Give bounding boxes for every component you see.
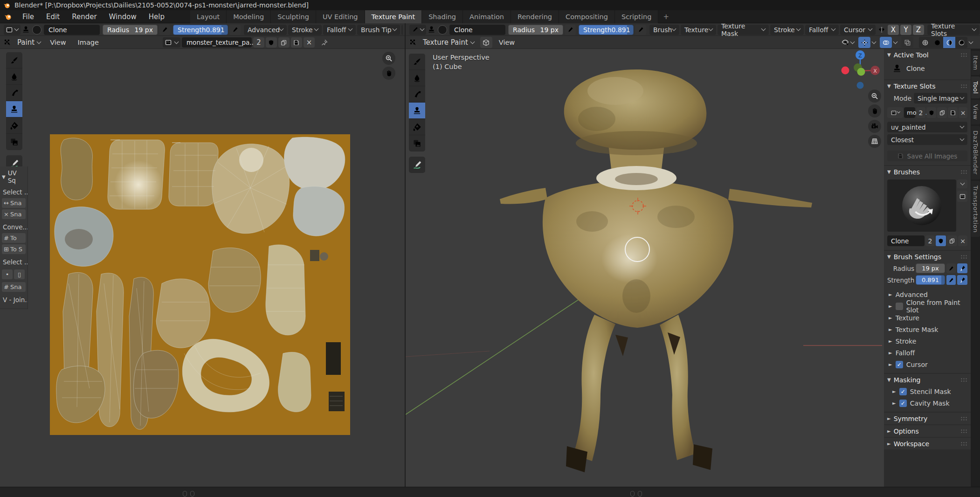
texture-paint-mode-dropdown[interactable]: Texture Paint	[420, 38, 477, 47]
navigation-axis-gizmo[interactable]: Z X	[839, 49, 890, 93]
viewport-ortho-grid-button[interactable]	[868, 135, 881, 148]
strength-slider[interactable]: 0.891	[916, 275, 945, 285]
save-image-icon[interactable]	[948, 107, 958, 118]
blender-menu-icon[interactable]	[0, 13, 16, 21]
radius-pen-button[interactable]	[946, 263, 956, 273]
xray-toggle[interactable]	[901, 37, 913, 48]
mirror-y-toggle[interactable]: Y	[900, 25, 911, 35]
popover-texture[interactable]: Texture	[681, 25, 716, 35]
menu-render[interactable]: Render	[66, 13, 103, 21]
zoom-in-button[interactable]	[382, 52, 395, 65]
menu-window[interactable]: Window	[103, 13, 143, 21]
stencil-mask-subpanel[interactable]: ► ✓ Stencil Mask	[884, 386, 971, 397]
snap-button-2[interactable]: ×Sna	[2, 209, 26, 219]
workspace-panel-header[interactable]: ► Workspace	[884, 438, 971, 449]
brush-users-count[interactable]: 2	[925, 235, 935, 246]
brush-name-field[interactable]: Clone	[449, 25, 505, 35]
brush-name-field[interactable]: Clone	[44, 25, 100, 35]
sidebar-tab-transportation[interactable]: Transportation	[971, 181, 980, 237]
panel-drag-dots-icon[interactable]	[960, 53, 967, 57]
object-types-chevron-icon[interactable]	[850, 39, 855, 44]
popover-cursor[interactable]: Cursor	[840, 25, 876, 35]
brushes-panel-header[interactable]: ▼ Brushes	[884, 166, 971, 178]
image-users-count[interactable]: 2	[253, 37, 264, 48]
image-name-field[interactable]: mons...	[904, 107, 915, 118]
menu-view[interactable]: View	[494, 39, 520, 46]
cube-object-icon[interactable]	[480, 37, 492, 48]
radius-pressure-button[interactable]	[565, 25, 576, 35]
snap-button-1[interactable]: ↔Sna	[2, 198, 26, 208]
brush-preview-chevron-button[interactable]	[957, 179, 967, 188]
strength-slider[interactable]: Strength0.891	[173, 25, 228, 35]
paint-mode-dropdown[interactable]: Paint	[14, 38, 43, 47]
show-gizmo-toggle[interactable]	[858, 37, 870, 48]
fake-user-shield-icon[interactable]	[926, 107, 936, 118]
popover-advanced[interactable]: Advanced	[244, 25, 287, 35]
panel-drag-dots-icon[interactable]	[960, 170, 967, 174]
panel-drag-dots-icon[interactable]	[960, 429, 967, 434]
shading-wireframe-button[interactable]	[919, 37, 931, 48]
brush-preview[interactable]	[887, 179, 956, 232]
radius-pressure-button[interactable]	[957, 263, 967, 273]
smear-tool-button[interactable]	[6, 85, 22, 101]
viewport-zoom-button[interactable]	[868, 90, 881, 103]
stencil-mask-checkbox[interactable]: ✓	[899, 388, 907, 395]
soften-tool-button[interactable]	[409, 70, 425, 86]
sidebar-tab-tool[interactable]: Tool	[971, 76, 980, 98]
symmetry-panel-header[interactable]: ► Symmetry	[884, 413, 971, 424]
sidebar-tab-view[interactable]: View	[971, 100, 980, 124]
to-grid-button[interactable]: #To	[2, 233, 26, 243]
smear-tool-button[interactable]	[409, 86, 425, 103]
radius-slider[interactable]: Radius19 px	[103, 25, 158, 35]
strength-pressure-button[interactable]	[229, 25, 241, 35]
cursor-checkbox[interactable]: ✓	[896, 361, 903, 368]
workspace-tab-texture-paint[interactable]: Texture Paint	[365, 10, 422, 23]
workspace-tab-sculpting[interactable]: Sculpting	[271, 10, 316, 23]
new-image-copy-icon[interactable]	[278, 37, 290, 48]
editor-type-dropdown[interactable]	[4, 25, 21, 35]
workspace-tab-uv-editing[interactable]: UV Editing	[316, 10, 365, 23]
workspace-tab-animation[interactable]: Animation	[463, 10, 511, 23]
draw-tool-button[interactable]	[409, 54, 425, 70]
unlink-image-icon[interactable]: ×	[304, 37, 315, 48]
texture-subpanel[interactable]: ► Texture	[884, 312, 971, 324]
texture-mask-subpanel[interactable]: ► Texture Mask	[884, 324, 971, 335]
cursor-subpanel[interactable]: ► ✓ Cursor	[884, 359, 971, 370]
draw-tool-button[interactable]	[6, 52, 22, 69]
radius-slider[interactable]: Radius19 px	[508, 25, 563, 35]
workspace-tab-shading[interactable]: Shading	[422, 10, 463, 23]
stroke-subpanel[interactable]: ► Stroke	[884, 335, 971, 347]
strength-pen-button[interactable]	[946, 275, 956, 285]
menu-edit[interactable]: Edit	[40, 13, 66, 21]
strength-pressure-button[interactable]	[635, 25, 646, 35]
shading-material-button[interactable]	[943, 37, 955, 48]
workspace-tab-modeling[interactable]: Modeling	[227, 10, 271, 23]
pin-icon[interactable]	[321, 39, 328, 46]
panel-drag-dots-icon[interactable]	[960, 84, 967, 89]
fill-tool-button[interactable]	[6, 117, 22, 134]
workspace-tab-compositing[interactable]: Compositing	[559, 10, 615, 23]
annotate-tool-button[interactable]	[409, 157, 425, 173]
radius-pressure-button[interactable]	[159, 25, 170, 35]
cavity-mask-subpanel[interactable]: ► ✓ Cavity Mask	[884, 397, 971, 409]
options-panel-header[interactable]: ► Options	[884, 425, 971, 437]
mask-tool-button[interactable]	[409, 135, 425, 152]
overlays-chevron-icon[interactable]	[893, 39, 898, 44]
menu-view[interactable]: View	[45, 39, 71, 46]
shading-chevron-icon[interactable]	[969, 39, 973, 44]
active-tool-panel-header[interactable]: ▼ Active Tool	[884, 49, 971, 61]
clone-tool-button[interactable]	[6, 101, 22, 117]
uv-image-editor-canvas[interactable]: ▼ UV Sq Select ... ↔Sna ×Sna Conve... #T…	[0, 49, 405, 487]
texture-slots-panel-header[interactable]: ▼ Texture Slots	[884, 80, 971, 92]
save-image-icon[interactable]	[291, 37, 302, 48]
fill-tool-button[interactable]	[409, 119, 425, 135]
popover-brush[interactable]: Brush	[649, 25, 679, 35]
mirror-x-toggle[interactable]: X	[888, 25, 899, 35]
uv-squares-header[interactable]: ▼ UV Sq	[2, 169, 26, 184]
image-editor-icon[interactable]	[4, 39, 11, 46]
popover-falloff[interactable]: Falloff	[805, 25, 839, 35]
workspace-tab-layout[interactable]: Layout	[190, 10, 227, 23]
unlink-image-icon[interactable]: ×	[959, 107, 967, 118]
mirror-z-toggle[interactable]: Z	[913, 25, 924, 35]
image-name-field[interactable]: monster_texture_pa...	[182, 37, 252, 48]
